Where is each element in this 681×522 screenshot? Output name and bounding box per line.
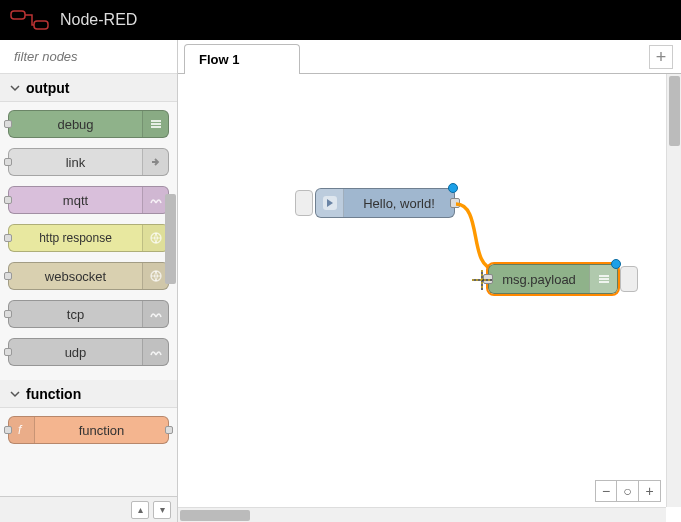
tab-bar: Flow 1 + bbox=[178, 40, 681, 74]
palette-node-mqtt[interactable]: mqtt bbox=[8, 186, 169, 214]
palette-search-input[interactable] bbox=[14, 49, 183, 64]
palette-node-link[interactable]: link bbox=[8, 148, 169, 176]
svg-rect-12 bbox=[599, 278, 609, 280]
palette-search-row bbox=[0, 40, 177, 74]
palette-node-udp[interactable]: udp bbox=[8, 338, 169, 366]
palette-node-function[interactable]: ffunction bbox=[8, 416, 169, 444]
svg-rect-4 bbox=[151, 120, 161, 122]
palette-node-debug[interactable]: debug bbox=[8, 110, 169, 138]
svg-rect-0 bbox=[11, 11, 25, 19]
app-header: Node-RED bbox=[0, 0, 681, 40]
palette-list[interactable]: output debug link mqtt http response web… bbox=[0, 74, 177, 496]
svg-rect-6 bbox=[151, 126, 161, 128]
category-label: function bbox=[26, 386, 81, 402]
chevron-down-icon bbox=[10, 83, 20, 93]
category-header-function[interactable]: function bbox=[0, 380, 177, 408]
link-icon bbox=[142, 149, 168, 175]
category-header-output[interactable]: output bbox=[0, 74, 177, 102]
palette-node-http-response[interactable]: http response bbox=[8, 224, 169, 252]
canvas-viewport[interactable]: Hello, world! msg.payload bbox=[178, 74, 681, 522]
palette-scrollbar[interactable] bbox=[165, 194, 176, 284]
svg-rect-5 bbox=[151, 123, 161, 125]
logo-icon bbox=[10, 10, 50, 30]
canvas-h-scrollbar[interactable] bbox=[178, 507, 666, 522]
zoom-out-button[interactable]: − bbox=[595, 480, 617, 502]
canvas-v-scrollbar[interactable] bbox=[666, 74, 681, 507]
flow-node-debug[interactable]: msg.payload bbox=[488, 264, 618, 294]
add-tab-button[interactable]: + bbox=[649, 45, 673, 69]
function-icon: f bbox=[9, 417, 35, 443]
svg-rect-13 bbox=[599, 281, 609, 283]
svg-text:f: f bbox=[18, 423, 23, 437]
expand-all-button[interactable]: ▾ bbox=[153, 501, 171, 519]
bridge-icon bbox=[142, 301, 168, 327]
inject-button-stub[interactable] bbox=[295, 190, 313, 216]
changed-indicator-icon bbox=[448, 183, 458, 193]
svg-rect-11 bbox=[599, 275, 609, 277]
workspace: Flow 1 + Hello, world! bbox=[178, 40, 681, 522]
debug-icon bbox=[142, 111, 168, 137]
svg-rect-1 bbox=[34, 21, 48, 29]
palette-node-websocket[interactable]: websocket bbox=[8, 262, 169, 290]
node-input-port[interactable] bbox=[483, 274, 493, 284]
zoom-reset-button[interactable]: ○ bbox=[617, 480, 639, 502]
palette-node-tcp[interactable]: tcp bbox=[8, 300, 169, 328]
flow-node-inject[interactable]: Hello, world! bbox=[315, 188, 455, 218]
collapse-all-button[interactable]: ▴ bbox=[131, 501, 149, 519]
palette-footer: ▴ ▾ bbox=[0, 496, 177, 522]
chevron-down-icon bbox=[10, 389, 20, 399]
node-output-port[interactable] bbox=[450, 198, 460, 208]
debug-button-stub[interactable] bbox=[620, 266, 638, 292]
bridge-icon bbox=[142, 339, 168, 365]
zoom-controls: − ○ + bbox=[595, 480, 661, 502]
palette-sidebar: output debug link mqtt http response web… bbox=[0, 40, 178, 522]
inject-icon bbox=[316, 189, 344, 217]
tab-flow-1[interactable]: Flow 1 bbox=[184, 44, 300, 74]
zoom-in-button[interactable]: + bbox=[639, 480, 661, 502]
app-title: Node-RED bbox=[60, 11, 137, 29]
debug-icon bbox=[589, 265, 617, 293]
category-label: output bbox=[26, 80, 70, 96]
